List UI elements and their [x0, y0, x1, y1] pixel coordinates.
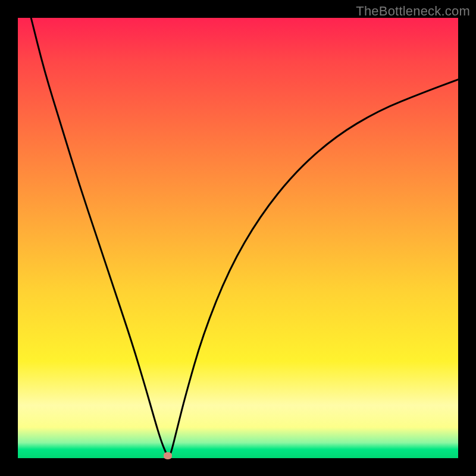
min-marker: [164, 452, 172, 459]
plot-area: [18, 18, 458, 458]
curve-svg: [18, 18, 458, 458]
chart-frame: TheBottleneck.com: [0, 0, 476, 476]
watermark-text: TheBottleneck.com: [356, 4, 470, 19]
bottleneck-curve-path: [31, 18, 458, 456]
